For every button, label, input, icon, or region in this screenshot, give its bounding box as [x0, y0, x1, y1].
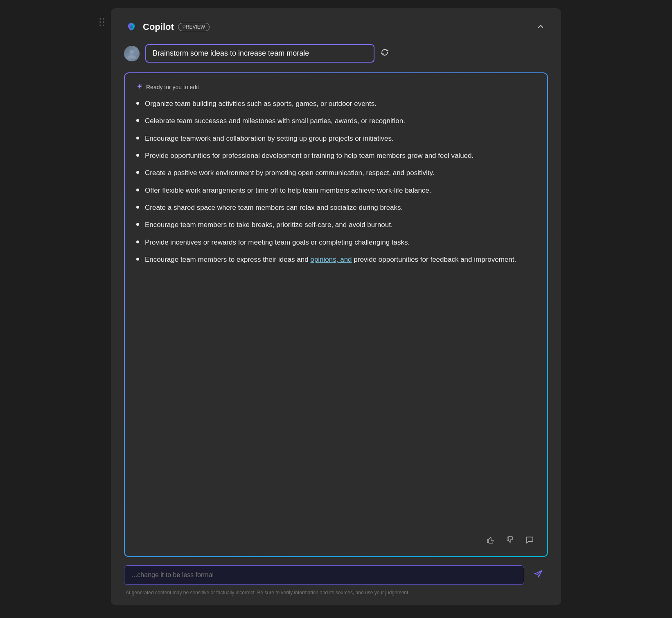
chevron-up-icon — [537, 22, 545, 30]
list-item-text: Provide incentives or rewards for meetin… — [145, 237, 410, 248]
thumbs-down-button[interactable] — [504, 534, 516, 548]
bullet-dot — [136, 206, 139, 209]
bullet-list: Organize team building activities such a… — [136, 99, 536, 520]
comment-button[interactable] — [523, 534, 536, 548]
preview-badge: PREVIEW — [178, 23, 210, 31]
collapse-button[interactable] — [533, 20, 548, 34]
prompt-row — [124, 44, 548, 63]
list-item: Create a positive work environment by pr… — [136, 168, 536, 178]
refresh-icon — [380, 48, 389, 57]
user-avatar — [124, 46, 140, 61]
header-left: Copilot PREVIEW — [124, 20, 210, 34]
bullet-dot — [136, 240, 139, 243]
list-item: Encourage team members to express their … — [136, 254, 536, 265]
ready-label-row: Ready for you to edit — [136, 83, 536, 91]
bullet-dot — [136, 154, 139, 157]
list-item-link[interactable]: opinions, and — [310, 256, 352, 263]
sparkle-icon — [136, 83, 143, 91]
send-button[interactable] — [528, 566, 548, 584]
copilot-panel: Copilot PREVIEW — [111, 8, 561, 605]
copilot-logo-icon — [124, 20, 139, 34]
copilot-title: Copilot — [143, 22, 174, 32]
refresh-button[interactable] — [379, 46, 391, 61]
drag-handle[interactable] — [99, 18, 104, 26]
list-item: Encourage team members to take breaks, p… — [136, 220, 536, 230]
chat-input[interactable] — [124, 565, 524, 585]
list-item: Organize team building activities such a… — [136, 99, 536, 109]
thumbs-down-icon — [505, 535, 514, 544]
list-item-text-before: Encourage team members to express their … — [145, 256, 310, 263]
list-item-text: Create a positive work environment by pr… — [145, 168, 434, 178]
feedback-row — [136, 528, 536, 548]
list-item-text-after: provide opportunities for feedback and i… — [352, 256, 516, 263]
comment-icon — [525, 535, 534, 544]
list-item-text: Celebrate team successes and milestones … — [145, 116, 405, 126]
panel-header: Copilot PREVIEW — [124, 20, 548, 34]
list-item-text: Organize team building activities such a… — [145, 99, 377, 109]
list-item: Encourage teamwork and collaboration by … — [136, 133, 536, 144]
list-item-text: Encourage team members to express their … — [145, 254, 516, 265]
bullet-dot — [136, 171, 139, 174]
chat-input-row — [124, 565, 548, 585]
thumbs-up-icon — [486, 535, 495, 544]
list-item: Provide incentives or rewards for meetin… — [136, 237, 536, 248]
bullet-dot — [136, 223, 139, 226]
prompt-input[interactable] — [145, 44, 374, 63]
prompt-input-wrapper — [145, 44, 548, 63]
disclaimer-text: AI generated content may be sensitive or… — [124, 590, 548, 596]
bullet-dot — [136, 102, 139, 105]
list-item-text: Encourage team members to take breaks, p… — [145, 220, 393, 230]
list-item: Create a shared space where team members… — [136, 202, 536, 213]
bullet-dot — [136, 137, 139, 139]
avatar-image — [124, 46, 140, 61]
response-card: Ready for you to edit Organize team buil… — [124, 72, 548, 557]
bullet-dot — [136, 119, 139, 122]
send-icon — [533, 569, 543, 579]
svg-point-2 — [130, 50, 134, 54]
list-item-text: Create a shared space where team members… — [145, 202, 403, 213]
list-item-text: Provide opportunities for professional d… — [145, 151, 474, 161]
bullet-dot — [136, 258, 139, 261]
ready-text: Ready for you to edit — [146, 84, 199, 90]
svg-point-1 — [130, 25, 133, 29]
list-item: Offer flexible work arrangements or time… — [136, 185, 536, 196]
list-item-text: Offer flexible work arrangements or time… — [145, 185, 431, 196]
list-item: Provide opportunities for professional d… — [136, 151, 536, 161]
thumbs-up-button[interactable] — [484, 534, 496, 548]
list-item-text: Encourage teamwork and collaboration by … — [145, 133, 394, 144]
bullet-dot — [136, 189, 139, 191]
list-item: Celebrate team successes and milestones … — [136, 116, 536, 126]
